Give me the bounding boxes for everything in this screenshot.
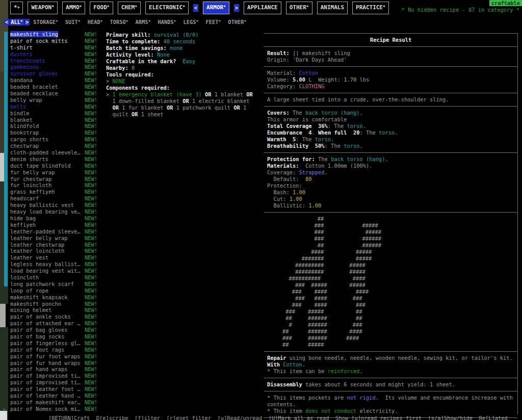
recipe-list-item[interactable]: grass keffiyehNEW! — [9, 189, 105, 195]
recipe-list-item[interactable]: legless heavy ballist…NEW! — [9, 261, 105, 268]
recipe-list-item[interactable]: leather belly wrapNEW! — [9, 235, 105, 242]
recipe-list-item[interactable]: heavy ballistic vestNEW! — [9, 202, 105, 208]
subtab-arms[interactable]: ARMS* — [132, 19, 154, 25]
recipe-list-item[interactable]: dustersNEW! — [9, 51, 105, 58]
recipe-list-item[interactable]: cloth-padded sleevele…NEW! — [9, 149, 105, 156]
recipe-list-item[interactable]: pair of hand wrapsNEW! — [9, 366, 105, 373]
recipe-list-item[interactable]: mining helmetNEW! — [9, 307, 105, 313]
recipe-list-item[interactable]: pair of fur foot wrapsNEW! — [9, 353, 105, 360]
tab-electronic[interactable]: ELECTRONIC* — [145, 2, 189, 14]
recipe-list-item[interactable]: pair of leather hand …NEW! — [9, 392, 105, 399]
text-line: Cut: 1.00 — [267, 196, 517, 202]
recipe-list-item[interactable]: pair of foot ragsNEW! — [9, 347, 105, 353]
recipe-list-item[interactable]: belly wrapNEW! — [9, 97, 105, 103]
new-recipe-badge: NEW! — [85, 215, 97, 222]
recipe-list-item[interactable]: cargo shortsNEW! — [9, 136, 105, 143]
subtab-other[interactable]: OTHER* — [224, 19, 250, 25]
recipe-list-item[interactable]: heavy load bearing ve…NEW! — [9, 208, 105, 215]
new-recipe-badge: NEW! — [85, 392, 97, 399]
recipe-list-item[interactable]: pair of sock mittsNEW! — [9, 38, 105, 44]
recipe-list-item[interactable]: leather chestwrapNEW! — [9, 242, 105, 248]
recipe-list-item[interactable]: pair of bag socksNEW! — [9, 333, 105, 340]
recipe-list-item[interactable]: leather loinclothNEW! — [9, 248, 105, 254]
recipe-list-item[interactable]: loinclothNEW! — [9, 274, 105, 281]
recipe-list-item[interactable]: fur belly wrapNEW! — [9, 169, 105, 176]
recipe-list-item[interactable]: duct tape blindfoldNEW! — [9, 163, 105, 169]
recipe-list-item[interactable]: beltsNEW! — [9, 103, 105, 110]
recipe-name: leather loincloth — [9, 248, 85, 254]
recipe-list-item[interactable]: trenchcoatsNEW! — [9, 58, 105, 64]
recipe-list-item[interactable]: pair of Nomex sock mi…NEW! — [9, 406, 105, 412]
tab-armor[interactable]: ARMOR* — [203, 2, 229, 14]
subtab-head[interactable]: HEAD* — [84, 19, 107, 25]
subtab-storage[interactable]: STORAGE* — [30, 19, 62, 25]
coverage-ascii-art: ## ### ##### ### ##### ### ###### ## ###… — [282, 216, 517, 348]
recipe-list-item[interactable]: pair of leather foot …NEW! — [9, 386, 105, 392]
recipe-list-item[interactable]: beaded necklaceNEW! — [9, 90, 105, 97]
recipe-list-item[interactable]: bandanaNEW! — [9, 77, 105, 84]
tab-favorites[interactable]: *+ — [10, 2, 23, 14]
tab-appliance[interactable]: APPLIANCE — [244, 2, 281, 14]
recipe-name: pair of improvised ti… — [9, 379, 85, 386]
recipe-list-item[interactable]: blindfoldNEW! — [9, 123, 105, 129]
recipe-list-item[interactable]: leather-padded sleeve…NEW! — [9, 228, 105, 235]
recipe-list-item[interactable]: pair of fingerless gl…NEW! — [9, 340, 105, 347]
recipe-list-item[interactable]: chestwrapNEW! — [9, 143, 105, 149]
recipe-list-item[interactable]: pair of bag glovesNEW! — [9, 327, 105, 333]
recipe-list-item[interactable]: survivor glovesNEW! — [9, 70, 105, 77]
tab-practice[interactable]: PRACTICE* — [352, 2, 389, 14]
recipe-list-item[interactable]: leather vestNEW! — [9, 254, 105, 261]
tab-next-arrow-icon[interactable]: > — [234, 4, 239, 12]
recipe-list-item[interactable]: long patchwork scarfNEW! — [9, 281, 105, 287]
recipe-list-item[interactable]: keffiyehNEW! — [9, 222, 105, 228]
recipe-list-item[interactable]: pair of improvised ti…NEW! — [9, 373, 105, 379]
subtab-hands[interactable]: HANDS* — [154, 19, 179, 25]
recipe-list-item[interactable]: gambesonsNEW! — [9, 64, 105, 70]
tab-chem[interactable]: CHEM* — [118, 2, 141, 14]
subtab-prev-arrow-icon[interactable]: < — [4, 19, 9, 25]
recipe-list-item[interactable]: fur loinclothNEW! — [9, 182, 105, 189]
recipe-list-item[interactable]: pair of makeshift ear…NEW! — [9, 399, 105, 406]
tab-food[interactable]: FOOD* — [90, 2, 113, 14]
recipe-list-item[interactable]: pair of fur hand wrapsNEW! — [9, 360, 105, 366]
recipe-name: pair of bag socks — [9, 333, 85, 340]
recipe-list-item[interactable]: pair of attached ear …NEW! — [9, 320, 105, 327]
new-recipe-badge: NEW! — [85, 333, 97, 340]
text-line: Batch time savings: none — [106, 45, 262, 51]
recipe-list-item[interactable]: beaded braceletNEW! — [9, 84, 105, 90]
new-recipe-badge: NEW! — [85, 169, 97, 176]
recipe-list-item[interactable]: pair of ankle socksNEW! — [9, 313, 105, 320]
tab-animals[interactable]: ANIMALS — [317, 2, 348, 14]
subtab-next-arrow-icon[interactable]: > — [24, 19, 30, 25]
recipe-result-section: Protection for: The back torso (hang).Ma… — [264, 153, 517, 213]
recipe-name: pair of hand wraps — [9, 366, 85, 373]
recipe-list-item[interactable]: denim shortsNEW! — [9, 156, 105, 163]
subtab-suit[interactable]: SUIT* — [62, 19, 84, 25]
recipe-list-item[interactable]: headscarfNEW! — [9, 195, 105, 202]
recipe-list-item[interactable]: makeshift slingNEW! — [9, 31, 105, 38]
subtab-legs[interactable]: LEGS* — [180, 19, 202, 25]
subtab-torso[interactable]: TORSO* — [106, 19, 132, 25]
recipe-list-item[interactable]: loop of ropeNEW! — [9, 287, 105, 294]
recipe-list-item[interactable]: bindleNEW! — [9, 110, 105, 117]
subtab-all[interactable]: ALL* — [10, 19, 24, 25]
tab-weapon[interactable]: WEAPON* — [28, 2, 58, 14]
recipe-list-item[interactable]: bookstrapNEW! — [9, 129, 105, 136]
recipe-list-item[interactable]: pair of improvised ti…NEW! — [9, 379, 105, 386]
recipe-list-item[interactable]: t-shirtNEW! — [9, 44, 105, 51]
new-recipe-badge: NEW! — [85, 228, 97, 235]
recipe-list-item[interactable]: load bearing vest wit…NEW! — [9, 268, 105, 274]
recipe-name: bandana — [9, 77, 85, 84]
recipe-list-scrollbar[interactable] — [4, 32, 8, 286]
recipe-list-item[interactable]: blanketNEW! — [9, 117, 105, 123]
text-line: Bash: 1.00 — [267, 189, 517, 196]
subtab-feet[interactable]: FEET* — [202, 19, 224, 25]
recipe-list-item[interactable]: makeshift ponchoNEW! — [9, 301, 105, 307]
recipe-list-item[interactable]: fur chestwrapNEW! — [9, 176, 105, 182]
tab-ammo[interactable]: AMMO* — [62, 2, 85, 14]
recipe-list-item[interactable]: makeshift knapsackNEW! — [9, 294, 105, 301]
recipe-list-item[interactable]: hide bagNEW! — [9, 215, 105, 222]
tab-other[interactable]: OTHER* — [286, 2, 312, 14]
tab-prev-arrow-icon[interactable]: < — [193, 4, 198, 12]
terrain-pixels — [0, 304, 6, 327]
